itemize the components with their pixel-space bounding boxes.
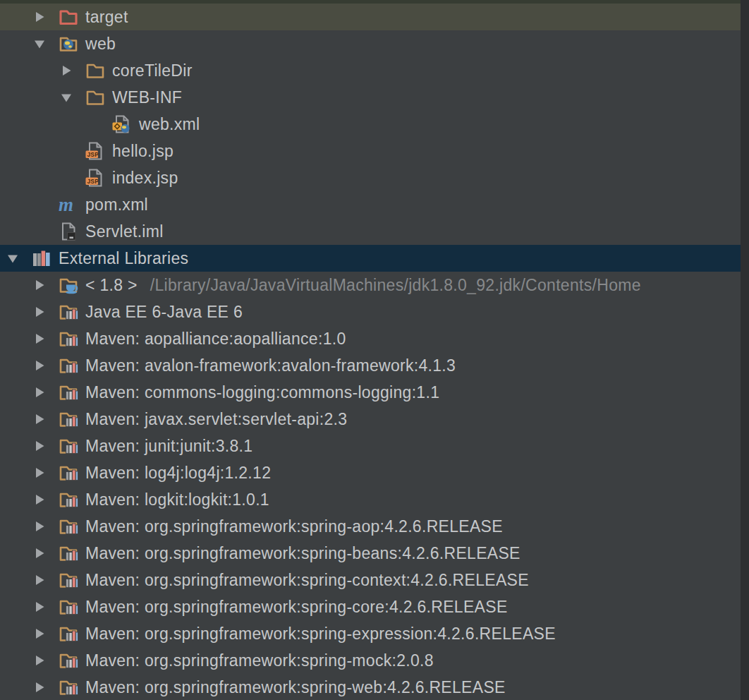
web-xml-file-icon (111, 114, 133, 135)
tree-item-label: Maven: org.springframework:spring-aop:4.… (85, 517, 503, 536)
library-folder-icon (58, 516, 79, 537)
chevron-right-icon[interactable] (59, 64, 85, 78)
chevron-right-icon[interactable] (32, 573, 58, 587)
tree-item-label: index.jsp (112, 169, 178, 188)
tree-row-index-jsp[interactable]: JSPindex.jsp (0, 164, 749, 191)
excluded-folder-icon (58, 6, 79, 28)
libraries-icon (31, 248, 52, 269)
tree-item-label: External Libraries (59, 249, 188, 268)
tree-row-web[interactable]: web (0, 30, 749, 57)
tree-item-path-suffix: /Library/Java/JavaVirtualMachines/jdk1.8… (150, 276, 641, 295)
chevron-right-icon[interactable] (32, 278, 58, 292)
tree-row-maven-junit-junit-3-8-1[interactable]: Maven: junit:junit:3.8.1 (0, 433, 749, 459)
chevron-right-icon[interactable] (32, 412, 58, 426)
iml-file-icon (58, 221, 79, 242)
svg-text:m: m (59, 194, 73, 215)
chevron-right-icon[interactable] (32, 466, 58, 480)
chevron-right-icon[interactable] (32, 493, 58, 507)
tree-row-maven-log4j-log4j-1-2-12[interactable]: Maven: log4j:log4j:1.2.12 (0, 459, 749, 486)
chevron-right-icon[interactable] (32, 546, 58, 560)
library-folder-icon (58, 543, 79, 564)
tree-item-label: Servlet.iml (85, 222, 164, 241)
library-folder-icon (58, 301, 79, 322)
tree-item-label: coreTileDir (112, 61, 193, 80)
chevron-right-icon[interactable] (32, 305, 58, 319)
chevron-right-icon[interactable] (32, 385, 58, 399)
tree-item-label: pom.xml (85, 195, 148, 215)
folder-icon (85, 60, 106, 81)
tree-row-external-libraries[interactable]: External Libraries (0, 245, 749, 272)
library-folder-icon (58, 596, 79, 617)
chevron-right-icon[interactable] (32, 439, 58, 453)
tree-row-hello-jsp[interactable]: JSPhello.jsp (0, 138, 749, 164)
tree-row-maven-org-springframework-spring-expression-4-2-6-release[interactable]: Maven: org.springframework:spring-expres… (0, 620, 749, 647)
jsp-file-icon: JSP (85, 140, 106, 162)
tree-item-label: Maven: org.springframework:spring-expres… (85, 624, 556, 644)
svg-text:JSP: JSP (87, 151, 99, 158)
tree-item-label: < 1.8 > (85, 276, 138, 295)
chevron-down-icon[interactable] (6, 251, 31, 265)
library-folder-icon (58, 409, 79, 430)
library-folder-icon (58, 489, 79, 510)
chevron-right-icon[interactable] (32, 519, 58, 533)
tree-item-label: Maven: org.springframework:spring-mock:2… (85, 651, 434, 670)
folder-icon (85, 87, 106, 108)
library-folder-icon (58, 650, 79, 671)
tree-row-target[interactable]: target (0, 4, 749, 30)
tree-item-label: Maven: org.springframework:spring-web:4.… (85, 678, 506, 697)
tree-row-maven-aopalliance-aopalliance-1-0[interactable]: Maven: aopalliance:aopalliance:1.0 (0, 325, 749, 352)
tree-row-web-inf[interactable]: WEB-INF (0, 84, 749, 111)
tree-item-label: Maven: org.springframework:spring-beans:… (85, 544, 520, 563)
tree-item-label: Maven: log4j:log4j:1.2.12 (85, 464, 271, 483)
library-folder-icon (58, 623, 79, 644)
tree-item-label: Maven: org.springframework:spring-core:4… (85, 598, 508, 617)
tree-row-maven-commons-logging-commons-logging-1-1[interactable]: Maven: commons-logging:commons-logging:1… (0, 379, 749, 406)
tree-row-maven-org-springframework-spring-core-4-2-6-release[interactable]: Maven: org.springframework:spring-core:4… (0, 593, 749, 620)
svg-text:JSP: JSP (87, 178, 99, 185)
tree-row-1-8[interactable]: < 1.8 >/Library/Java/JavaVirtualMachines… (0, 272, 749, 298)
tree-row-pom-xml[interactable]: mpom.xml (0, 191, 749, 218)
tree-item-label: Maven: avalon-framework:avalon-framework… (85, 356, 456, 375)
chevron-down-icon[interactable] (32, 37, 58, 51)
tree-row-web-xml[interactable]: web.xml (0, 111, 749, 138)
tree-row-maven-org-springframework-spring-context-4-2-6-release[interactable]: Maven: org.springframework:spring-contex… (0, 567, 749, 593)
tree-row-servlet-iml[interactable]: Servlet.iml (0, 218, 749, 245)
tree-row-coretiledir[interactable]: coreTileDir (0, 57, 749, 84)
chevron-right-icon[interactable] (32, 600, 58, 614)
web-folder-icon (58, 33, 79, 54)
library-folder-icon (58, 328, 79, 349)
tree-item-label: hello.jsp (112, 142, 173, 161)
tree-item-label: web (85, 35, 116, 54)
library-folder-icon (58, 382, 79, 403)
chevron-right-icon[interactable] (32, 680, 58, 694)
chevron-right-icon[interactable] (32, 358, 58, 373)
panel-right-edge (741, 0, 749, 700)
tree-item-label: Java EE 6-Java EE 6 (85, 303, 243, 322)
tree-row-maven-org-springframework-spring-mock-2-0-8[interactable]: Maven: org.springframework:spring-mock:2… (0, 647, 749, 674)
tree-item-label: WEB-INF (112, 88, 182, 107)
chevron-right-icon[interactable] (32, 332, 58, 346)
chevron-down-icon[interactable] (59, 90, 85, 104)
tree-row-maven-org-springframework-spring-beans-4-2-6-release[interactable]: Maven: org.springframework:spring-beans:… (0, 540, 749, 567)
project-tree: targetwebcoreTileDirWEB-INFweb.xmlJSPhel… (0, 4, 749, 700)
library-folder-icon (58, 569, 79, 591)
chevron-right-icon[interactable] (32, 653, 58, 668)
tree-row-java-ee-6-java-ee-6[interactable]: Java EE 6-Java EE 6 (0, 298, 749, 325)
tree-item-label: web.xml (139, 115, 200, 134)
maven-module-icon: m (58, 194, 79, 215)
tree-row-maven-org-springframework-spring-web-4-2-6-release[interactable]: Maven: org.springframework:spring-web:4.… (0, 674, 749, 700)
tree-item-label: target (85, 8, 128, 27)
chevron-right-icon[interactable] (32, 10, 58, 24)
tree-row-maven-logkit-logkit-1-0-1[interactable]: Maven: logkit:logkit:1.0.1 (0, 486, 749, 513)
tree-item-label: Maven: aopalliance:aopalliance:1.0 (85, 330, 346, 349)
tree-row-maven-org-springframework-spring-aop-4-2-6-release[interactable]: Maven: org.springframework:spring-aop:4.… (0, 513, 749, 540)
tree-row-maven-avalon-framework-avalon-framework-4-1-3[interactable]: Maven: avalon-framework:avalon-framework… (0, 352, 749, 379)
tree-row-maven-javax-servlet-servlet-api-2-3[interactable]: Maven: javax.servlet:servlet-api:2.3 (0, 406, 749, 433)
tree-item-label: Maven: javax.servlet:servlet-api:2.3 (85, 410, 347, 429)
chevron-right-icon[interactable] (32, 627, 58, 641)
library-folder-icon (58, 462, 79, 483)
jdk-folder-icon (58, 274, 79, 296)
library-folder-icon (58, 355, 79, 376)
tree-item-label: Maven: logkit:logkit:1.0.1 (85, 490, 269, 509)
library-folder-icon (58, 435, 79, 457)
